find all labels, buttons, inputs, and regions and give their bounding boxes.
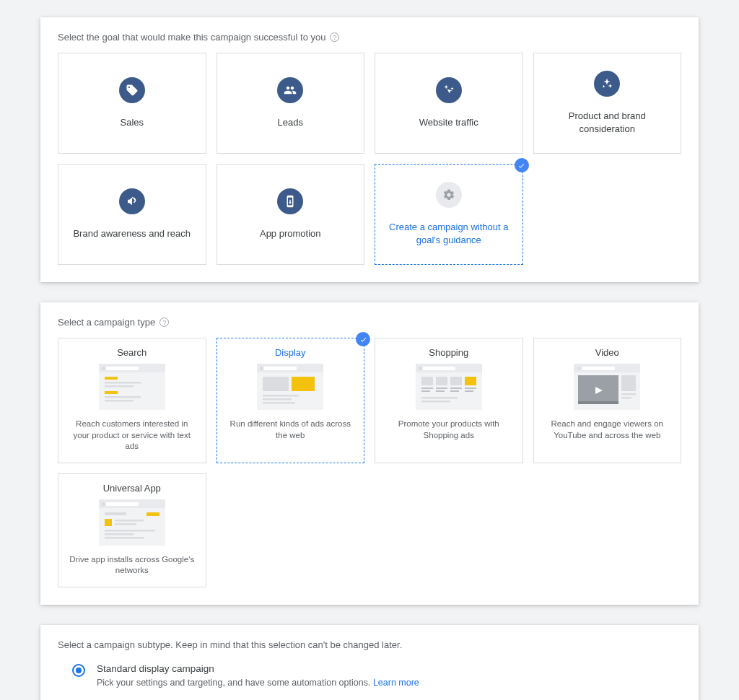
svg-rect-49 bbox=[102, 502, 105, 506]
goal-card-no-goal[interactable]: Create a campaign without a goal's guida… bbox=[375, 164, 523, 265]
subtype-title: Standard display campaign bbox=[97, 663, 419, 674]
help-icon[interactable]: ? bbox=[330, 32, 339, 42]
svg-rect-17 bbox=[263, 398, 292, 401]
svg-rect-26 bbox=[465, 377, 476, 385]
goals-title-text: Select the goal that would make this cam… bbox=[58, 32, 325, 43]
campaign-type-section-title: Select a campaign type ? bbox=[58, 317, 681, 328]
svg-rect-45 bbox=[621, 397, 631, 399]
svg-rect-16 bbox=[263, 395, 299, 397]
video-graphic-icon bbox=[574, 364, 640, 410]
goal-label: Leads bbox=[278, 116, 303, 129]
display-graphic-icon bbox=[257, 364, 323, 410]
svg-rect-9 bbox=[105, 400, 134, 402]
svg-point-39 bbox=[577, 367, 580, 369]
campaign-type-panel: Select a campaign type ? Search Reach cu… bbox=[40, 302, 699, 605]
svg-rect-52 bbox=[105, 519, 112, 526]
svg-rect-34 bbox=[465, 390, 473, 392]
svg-rect-53 bbox=[115, 520, 144, 522]
phone-download-icon bbox=[277, 188, 303, 214]
goal-label: Create a campaign without a goal's guida… bbox=[384, 221, 514, 246]
universal-app-graphic-icon bbox=[99, 499, 165, 546]
type-title: Shopping bbox=[429, 347, 468, 358]
type-title: Search bbox=[117, 347, 147, 358]
check-icon bbox=[515, 158, 529, 172]
type-title: Video bbox=[595, 347, 619, 358]
svg-rect-57 bbox=[105, 537, 144, 539]
type-card-shopping[interactable]: Shopping Promote y bbox=[375, 338, 523, 463]
svg-rect-56 bbox=[105, 533, 134, 535]
cursor-sparkle-icon bbox=[436, 77, 462, 103]
type-desc: Drive app installs across Google's netwo… bbox=[66, 554, 198, 577]
svg-rect-5 bbox=[105, 382, 141, 384]
svg-rect-29 bbox=[450, 388, 462, 389]
svg-rect-40 bbox=[582, 367, 615, 370]
svg-rect-33 bbox=[450, 390, 459, 392]
type-title: Universal App bbox=[103, 483, 161, 494]
help-icon[interactable]: ? bbox=[159, 318, 169, 327]
svg-rect-48 bbox=[106, 502, 139, 506]
svg-rect-18 bbox=[263, 402, 295, 404]
goal-card-app-promotion[interactable]: App promotion bbox=[217, 164, 365, 265]
search-graphic-icon bbox=[99, 364, 165, 410]
type-desc: Promote your products with Shopping ads bbox=[382, 419, 515, 441]
svg-rect-36 bbox=[421, 401, 450, 403]
svg-rect-35 bbox=[421, 397, 458, 399]
goal-card-product-consideration[interactable]: Product and brand consideration bbox=[533, 53, 682, 154]
goal-label: Product and brand consideration bbox=[543, 110, 673, 135]
goal-card-brand-awareness[interactable]: Brand awareness and reach bbox=[58, 164, 206, 265]
svg-rect-43 bbox=[621, 375, 636, 391]
svg-rect-55 bbox=[105, 530, 155, 532]
subtype-desc: Pick your settings and targeting, and ha… bbox=[97, 678, 419, 688]
goal-card-website-traffic[interactable]: Website traffic bbox=[375, 53, 523, 154]
gear-icon bbox=[436, 182, 462, 208]
goal-card-sales[interactable]: Sales bbox=[58, 53, 206, 154]
type-title: Display bbox=[275, 347, 306, 358]
learn-more-link[interactable]: Learn more bbox=[373, 678, 419, 688]
radio-icon[interactable] bbox=[72, 664, 85, 677]
svg-rect-15 bbox=[292, 377, 315, 391]
campaign-type-title-text: Select a campaign type bbox=[58, 317, 155, 328]
goal-label: Website traffic bbox=[419, 116, 478, 129]
svg-rect-23 bbox=[421, 377, 433, 385]
svg-rect-4 bbox=[105, 377, 118, 380]
svg-rect-14 bbox=[263, 377, 289, 391]
svg-rect-42 bbox=[578, 401, 618, 404]
svg-rect-12 bbox=[264, 367, 297, 370]
type-card-display[interactable]: Display Run different kinds of ads acros… bbox=[217, 338, 365, 463]
type-card-universal-app[interactable]: Universal App Drive app installs across … bbox=[58, 473, 206, 587]
svg-rect-2 bbox=[106, 367, 139, 370]
goals-panel: Select the goal that would make this cam… bbox=[40, 17, 699, 282]
svg-rect-30 bbox=[465, 388, 476, 389]
goal-label: Brand awareness and reach bbox=[73, 227, 191, 240]
goals-grid: Sales Leads Website traffic Product and … bbox=[58, 53, 681, 265]
type-desc: Reach customers interested in your produ… bbox=[66, 419, 198, 452]
goal-label: Sales bbox=[120, 116, 144, 129]
svg-rect-27 bbox=[421, 388, 433, 389]
svg-rect-22 bbox=[419, 367, 421, 370]
svg-rect-50 bbox=[105, 512, 126, 515]
svg-rect-3 bbox=[102, 367, 105, 370]
svg-rect-54 bbox=[115, 523, 136, 525]
type-card-search[interactable]: Search Reach customers interested in you… bbox=[58, 338, 206, 463]
svg-rect-21 bbox=[423, 367, 455, 370]
sparkle-icon bbox=[594, 71, 620, 97]
type-desc: Run different kinds of ads across the we… bbox=[224, 419, 357, 441]
goal-label: App promotion bbox=[260, 227, 321, 240]
subtype-section-title: Select a campaign subtype. Keep in mind … bbox=[58, 639, 681, 650]
type-card-video[interactable]: Video Reach and engage viewers on YouTub… bbox=[533, 338, 682, 463]
check-icon bbox=[356, 332, 370, 346]
goal-card-leads[interactable]: Leads bbox=[217, 53, 365, 154]
people-icon bbox=[277, 77, 303, 103]
type-desc: Reach and engage viewers on YouTube and … bbox=[541, 419, 674, 441]
svg-rect-25 bbox=[450, 377, 462, 385]
goals-section-title: Select the goal that would make this cam… bbox=[58, 32, 681, 43]
subtype-option-standard[interactable]: Standard display campaign Pick your sett… bbox=[72, 663, 681, 688]
svg-rect-6 bbox=[105, 385, 134, 388]
tag-icon bbox=[119, 77, 145, 103]
svg-rect-24 bbox=[436, 377, 447, 385]
svg-rect-13 bbox=[260, 367, 263, 370]
megaphone-icon bbox=[119, 188, 145, 214]
shopping-graphic-icon bbox=[416, 364, 482, 410]
campaign-type-grid: Search Reach customers interested in you… bbox=[58, 338, 681, 587]
svg-rect-8 bbox=[105, 396, 141, 398]
